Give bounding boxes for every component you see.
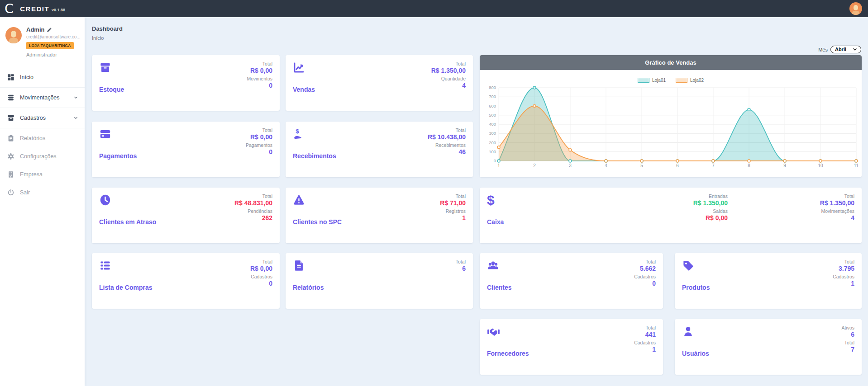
card-usuarios[interactable]: Usuários Ativos 6 Total 7 — [675, 319, 862, 375]
card-lista-de-compras[interactable]: Lista de Compras Total R$ 0,00 Cadastros… — [92, 253, 280, 309]
card-title[interactable]: Fornecedores — [487, 350, 529, 357]
card-pagamentos[interactable]: Pagamentos Total R$ 0,00 Pagamentos 0 — [92, 122, 280, 177]
sidebar-item-label: Sair — [20, 189, 30, 196]
tag-icon — [682, 259, 694, 273]
card-caixa[interactable]: $ Caixa Entradas R$ 1.350,00 Saídas R$ 0… — [480, 188, 862, 243]
stat-label: Total — [833, 259, 854, 264]
stat-value: 4 — [431, 81, 466, 90]
card-title[interactable]: Clientes — [487, 284, 511, 291]
archive-icon — [7, 114, 14, 122]
sidebar-item-empresa[interactable]: Empresa — [0, 165, 85, 184]
svg-text:0: 0 — [494, 158, 496, 163]
card-title[interactable]: Recebimentos — [293, 152, 336, 160]
month-label: Mês — [818, 47, 828, 52]
legend-item-loja02[interactable]: Loja02 — [676, 78, 704, 83]
stat-value: 441 — [634, 330, 656, 339]
stat-label: Pagamentos — [246, 142, 272, 148]
sidebar-item-relatorios[interactable]: Relatórios — [0, 129, 85, 147]
card-clientes-em-atraso[interactable]: Clientes em Atraso Total R$ 48.831,00 Pe… — [92, 188, 280, 243]
stat-label: Quantidade — [431, 76, 466, 81]
card-fornecedores[interactable]: Fornecedores Total 441 Cadastros 1 — [480, 319, 663, 375]
profile-email: credit@anronsoftware.co... — [26, 34, 84, 39]
card-relatorios[interactable]: Relatórios Total 6 — [286, 253, 473, 309]
card-title[interactable]: Relatórios — [293, 284, 324, 291]
hand-dollar-icon: $ — [293, 128, 305, 142]
card-estoque[interactable]: Estoque Total R$ 0,00 Movimentos 0 — [92, 55, 280, 111]
card-produtos[interactable]: Produtos Total 3.795 Cadastros 1 — [675, 253, 862, 309]
stat-label: Saídas — [693, 208, 728, 214]
svg-text:200: 200 — [489, 140, 496, 145]
user-icon — [682, 325, 694, 339]
stat-value: 5.662 — [634, 264, 656, 273]
profile-section: Admin credit@anronsoftware.co... LOJA TA… — [0, 17, 85, 62]
stat-value: 0 — [250, 279, 272, 288]
sales-chart-card: Gráfico de Vendas Loja01Loja02 010020030… — [480, 55, 862, 177]
card-vendas[interactable]: Vendas Total R$ 1.350,00 Quantidade 4 — [286, 55, 473, 111]
svg-text:100: 100 — [489, 149, 496, 154]
legend-item-loja01[interactable]: Loja01 — [638, 78, 666, 83]
stat-value: 46 — [428, 148, 466, 156]
stat-label: Total — [428, 127, 466, 133]
svg-text:2: 2 — [533, 163, 536, 168]
svg-text:4: 4 — [605, 163, 607, 168]
card-title[interactable]: Lista de Compras — [99, 284, 152, 291]
chevron-down-icon — [73, 95, 78, 100]
card-title[interactable]: Caixa — [487, 218, 504, 226]
stat-label: Entradas — [693, 193, 728, 199]
store-badge: LOJA TAQUARITINGA — [26, 42, 74, 49]
warning-triangle-icon — [293, 194, 305, 208]
sidebar-item-movimentacoes[interactable]: Movimentações — [0, 89, 85, 107]
stat-value: 262 — [234, 214, 272, 222]
credit-card-icon — [99, 128, 111, 142]
stat-label: Cadastros — [634, 340, 656, 345]
stat-value: 0 — [246, 148, 272, 156]
svg-text:9: 9 — [783, 163, 786, 168]
user-avatar[interactable] — [849, 2, 862, 15]
svg-text:500: 500 — [489, 113, 496, 118]
sidebar-menu: Início Movimentações Cadastros Relatório… — [0, 68, 85, 202]
users-icon — [487, 259, 499, 273]
sidebar-item-label: Movimentações — [20, 94, 60, 101]
sidebar-item-cadastros[interactable]: Cadastros — [0, 109, 85, 127]
avatar-body — [852, 11, 859, 15]
card-title[interactable]: Vendas — [293, 86, 315, 93]
sidebar-item-sair[interactable]: Sair — [0, 184, 85, 202]
card-title[interactable]: Clientes em Atraso — [99, 218, 156, 226]
edit-pencil-icon[interactable] — [47, 27, 52, 33]
card-title[interactable]: Pagamentos — [99, 152, 137, 160]
svg-text:7: 7 — [712, 163, 715, 168]
card-clientes[interactable]: Clientes Total 5.662 Cadastros 0 — [480, 253, 663, 309]
app-logo: C — [5, 2, 14, 15]
stat-label: Registros — [440, 208, 466, 214]
svg-text:3: 3 — [569, 163, 572, 168]
sidebar-item-configuracoes[interactable]: Configurações — [0, 147, 85, 165]
list-icon — [99, 259, 111, 273]
stat-label: Cadastros — [833, 274, 854, 279]
sidebar-item-label: Início — [20, 74, 33, 80]
card-title[interactable]: Clientes no SPC — [293, 218, 342, 226]
svg-text:8: 8 — [748, 163, 750, 168]
profile-avatar[interactable] — [5, 27, 22, 43]
power-icon — [7, 189, 14, 196]
card-recebimentos[interactable]: $ Recebimentos Total R$ 10.438,00 Recebi… — [286, 122, 473, 177]
card-title[interactable]: Estoque — [99, 86, 124, 93]
sales-chart: 01002003004005006007008001234567891011 — [482, 85, 860, 172]
building-icon — [7, 171, 14, 178]
avatar-body — [9, 38, 18, 43]
stat-value: 0 — [247, 81, 272, 90]
stat-value: R$ 48.831,00 — [234, 199, 272, 207]
stat-label: Total — [440, 193, 466, 199]
card-clientes-no-spc[interactable]: Clientes no SPC Total R$ 71,00 Registros… — [286, 188, 473, 243]
sidebar-item-label: Relatórios — [20, 135, 45, 141]
card-title[interactable]: Produtos — [682, 284, 710, 291]
chevron-down-icon — [73, 115, 78, 120]
stat-label: Total — [234, 193, 272, 199]
svg-text:5: 5 — [640, 163, 643, 168]
sidebar-item-inicio[interactable]: Início — [0, 68, 85, 86]
clipboard-icon — [7, 135, 14, 142]
svg-text:600: 600 — [489, 104, 496, 108]
month-select[interactable]: Abril — [830, 46, 861, 53]
card-title[interactable]: Usuários — [682, 350, 709, 357]
stat-value: R$ 71,00 — [440, 199, 466, 207]
sidebar-item-label: Empresa — [20, 171, 43, 178]
